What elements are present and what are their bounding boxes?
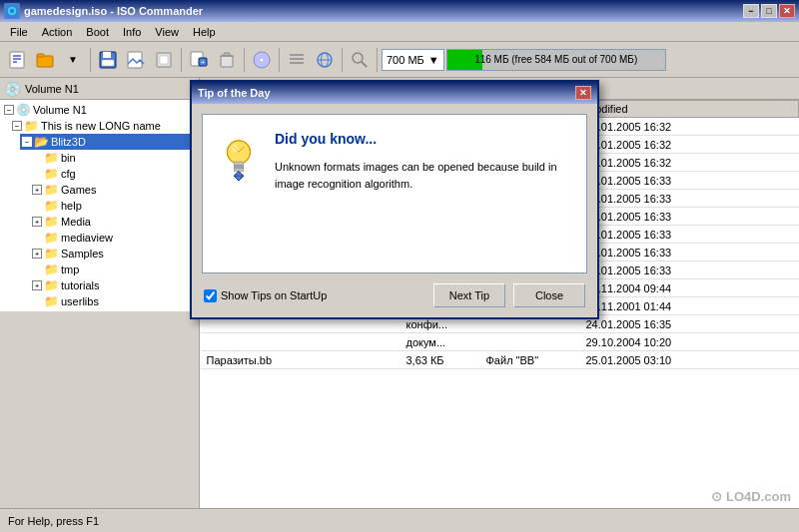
tree-label-mediaview: mediaview <box>61 232 113 244</box>
tree-item-media[interactable]: + 📁 Media <box>30 214 198 230</box>
window-title: gamedesign.iso - ISO Commander <box>24 5 203 17</box>
toolbar-list-button[interactable] <box>284 47 310 73</box>
tree-item-longname[interactable]: − 📁 This is new LONG name <box>10 118 198 134</box>
toolbar-extract-button[interactable] <box>151 47 177 73</box>
tree-item-volume[interactable]: − 💿 Volume N1 <box>2 102 198 118</box>
tip-icon-area <box>219 131 259 257</box>
toolbar-dropdown-button[interactable]: ▼ <box>60 47 86 73</box>
toolbar-new-button[interactable] <box>4 47 30 73</box>
tree-expand-media[interactable]: + <box>32 217 42 227</box>
tree-label-blitz3d: Blitz3D <box>51 136 86 148</box>
toolbar-saveas-button[interactable] <box>123 47 149 73</box>
svg-rect-34 <box>234 166 244 169</box>
tree-expand-volume[interactable]: − <box>4 105 14 115</box>
toolbar-sep3 <box>244 48 245 72</box>
tip-dialog-close-x[interactable]: ✕ <box>575 86 591 100</box>
tree-expand-samples[interactable]: + <box>32 249 42 259</box>
disk-size-arrow: ▼ <box>428 54 439 66</box>
disk-size-dropdown[interactable]: 700 МБ ▼ <box>382 49 444 71</box>
tree-label-games: Games <box>61 184 96 196</box>
tree-label-userlibs: userlibs <box>61 295 99 307</box>
tree-expand-games[interactable]: + <box>32 185 42 195</box>
menu-help[interactable]: Help <box>187 24 222 40</box>
tree-item-userlibs[interactable]: 📁 userlibs <box>30 293 198 309</box>
table-row[interactable]: Паразиты.bb3,63 КБФайл "BB"25.01.2005 03… <box>201 351 799 369</box>
tip-footer: Show Tips on StartUp Next Tip Close <box>202 283 587 307</box>
close-button[interactable]: ✕ <box>779 4 795 18</box>
folder-icon-media: 📁 <box>44 215 59 229</box>
toolbar-sep6 <box>377 48 378 72</box>
tip-body-text: Unknown formats images can be opened bec… <box>275 159 570 192</box>
tree-item-bin[interactable]: 📁 bin <box>30 150 198 166</box>
tree-label-longname: This is new LONG name <box>41 120 161 132</box>
menu-action[interactable]: Action <box>36 24 79 40</box>
svg-point-1 <box>10 9 14 13</box>
svg-rect-33 <box>234 162 244 166</box>
tip-title-bar: Tip of the Day ✕ <box>192 82 597 104</box>
svg-line-29 <box>362 62 367 67</box>
toolbar-delete-button[interactable] <box>214 47 240 73</box>
menu-boot[interactable]: Boot <box>80 24 115 40</box>
menu-view[interactable]: View <box>149 24 185 40</box>
tip-heading: Did you know... <box>275 131 570 147</box>
tree-item-tmp[interactable]: 📁 tmp <box>30 262 198 277</box>
app-icon <box>4 3 20 19</box>
svg-rect-6 <box>37 56 53 67</box>
tip-content-area: Did you know... Unknown formats images c… <box>202 114 587 273</box>
menu-file[interactable]: File <box>4 24 34 40</box>
toolbar-add-button[interactable]: + <box>186 47 212 73</box>
toolbar-cd-button[interactable] <box>249 47 275 73</box>
tree-item-mediaview[interactable]: 📁 mediaview <box>30 230 198 246</box>
table-row[interactable]: докум...29.10.2004 10:20 <box>201 333 799 351</box>
status-text: For Help, press F1 <box>8 515 99 527</box>
svg-rect-7 <box>37 54 44 57</box>
svg-rect-13 <box>160 56 168 64</box>
tree-item-games[interactable]: + 📁 Games <box>30 182 198 198</box>
tree-header-label: Volume N1 <box>25 83 79 95</box>
show-tips-checkbox-label[interactable]: Show Tips on StartUp <box>204 289 327 302</box>
tree-item-cfg[interactable]: 📁 cfg <box>30 166 198 182</box>
tree-item-tutorials[interactable]: + 📁 tutorials <box>30 277 198 293</box>
toolbar-open-button[interactable] <box>32 47 58 73</box>
tree-label-volume: Volume N1 <box>33 104 87 116</box>
col-modified[interactable]: Modified <box>580 101 799 118</box>
show-tips-checkbox[interactable] <box>204 289 217 302</box>
tip-body: Did you know... Unknown formats images c… <box>192 104 597 317</box>
menu-info[interactable]: Info <box>117 24 147 40</box>
folder-icon-bin: 📁 <box>44 151 59 165</box>
toolbar-globe-button[interactable] <box>312 47 338 73</box>
svg-point-28 <box>353 53 363 63</box>
folder-icon-mediaview: 📁 <box>44 231 59 245</box>
tree-item-samples[interactable]: + 📁 Samples <box>30 246 198 262</box>
toolbar-search-button[interactable] <box>347 47 373 73</box>
tree-panel[interactable]: − 💿 Volume N1 − 📁 This is new LONG name … <box>0 100 200 311</box>
svg-rect-10 <box>102 60 114 66</box>
tree-expand-tutorials[interactable]: + <box>32 280 42 290</box>
svg-rect-9 <box>103 52 111 58</box>
menu-bar: File Action Boot Info View Help <box>0 22 799 42</box>
disk-usage-bar: 116 МБ (free 584 МБ out of 700 МБ) <box>446 49 666 71</box>
close-button[interactable]: Close <box>513 283 585 307</box>
title-bar: gamedesign.iso - ISO Commander − □ ✕ <box>0 0 799 22</box>
maximize-button[interactable]: □ <box>761 4 777 18</box>
folder-icon-help: 📁 <box>44 199 59 213</box>
minimize-button[interactable]: − <box>743 4 759 18</box>
toolbar-sep4 <box>279 48 280 72</box>
folder-icon-blitz3d: 📂 <box>34 135 49 149</box>
tree-expand-longname[interactable]: − <box>12 121 22 131</box>
tree-label-tmp: tmp <box>61 264 79 275</box>
watermark: ⊙ LO4D.com <box>711 489 791 504</box>
tree-item-blitz3d[interactable]: − 📂 Blitz3D <box>20 134 198 150</box>
tip-text-area: Did you know... Unknown formats images c… <box>275 131 570 257</box>
toolbar-save-button[interactable] <box>95 47 121 73</box>
tree-expand-blitz3d[interactable]: − <box>22 137 32 147</box>
svg-rect-17 <box>221 56 233 67</box>
tip-buttons: Next Tip Close <box>433 283 585 307</box>
status-bar: For Help, press F1 <box>0 508 799 532</box>
next-tip-button[interactable]: Next Tip <box>433 283 505 307</box>
tree-item-help[interactable]: 📁 help <box>30 198 198 214</box>
tip-bulb-icon <box>219 135 259 183</box>
toolbar-sep2 <box>181 48 182 72</box>
disk-size-value: 700 МБ <box>387 54 424 66</box>
folder-icon-userlibs: 📁 <box>44 294 59 308</box>
